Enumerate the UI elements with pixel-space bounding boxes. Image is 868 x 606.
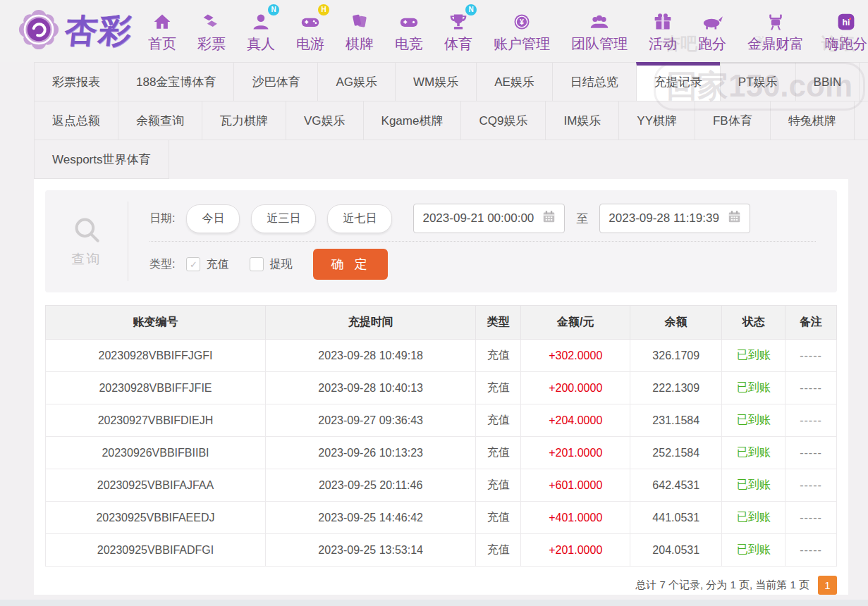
nav-item-rhino[interactable]: 跑分 <box>698 9 726 54</box>
nav-item-esports[interactable]: 电竞 <box>395 9 423 54</box>
quick-today-button[interactable]: 今日 <box>186 204 240 233</box>
cell-amount: +601.0000 <box>521 469 630 502</box>
cell-time: 2023-09-28 10:40:13 <box>265 372 475 404</box>
rhino-icon <box>700 9 724 32</box>
cell-balance: 441.0531 <box>630 502 722 534</box>
coin-icon: ¥ <box>512 9 532 32</box>
ding-vessel-icon <box>766 9 786 32</box>
cell-amount: +302.0000 <box>521 340 630 372</box>
table-row: 20230928VBBIFFJFIE2023-09-28 10:40:13充值+… <box>46 372 837 404</box>
tab-row: 彩票报表188金宝博体育沙巴体育AG娱乐WM娱乐AE娱乐日结总览充提记录PT娱乐… <box>34 62 848 101</box>
column-header-status: 状态 <box>722 306 786 340</box>
nav-item-label: 金鼎财富 <box>747 35 804 54</box>
tab-瓦力棋牌[interactable]: 瓦力棋牌 <box>202 101 286 140</box>
team-icon <box>589 9 610 32</box>
tab-特兔棋牌[interactable]: 特兔棋牌 <box>770 101 855 140</box>
cell-balance: 231.1584 <box>630 404 722 437</box>
cell-type: 充值 <box>476 340 521 372</box>
cell-type: 充值 <box>476 404 521 437</box>
column-header-time: 充提时间 <box>265 306 475 340</box>
checkbox-unchecked-icon <box>250 257 264 271</box>
tab-IM体育[interactable]: IM体育 <box>854 101 868 140</box>
cell-note: ----- <box>786 469 837 502</box>
calendar-icon[interactable] <box>728 210 741 227</box>
page-1-button[interactable]: 1 <box>818 576 837 595</box>
column-header-type: 类型 <box>476 306 521 340</box>
nav-item-cards[interactable]: 棋牌 <box>346 9 374 54</box>
nav-item-hi-app[interactable]: hi嗨跑分 <box>825 9 867 54</box>
table-row: 20230928VBBIFFJGFI2023-09-28 10:49:18充值+… <box>46 340 837 372</box>
nav-item-lottery[interactable]: 彩票 <box>197 9 226 54</box>
tab-YY棋牌[interactable]: YY棋牌 <box>618 101 695 140</box>
cell-note: ----- <box>786 502 837 534</box>
nav-item-gamepad[interactable]: H电游 <box>296 9 324 54</box>
tab-188金宝博体育[interactable]: 188金宝博体育 <box>118 62 234 101</box>
cell-note: ----- <box>786 340 837 372</box>
tab-沙巴体育[interactable]: 沙巴体育 <box>233 62 318 101</box>
tab-AE娱乐[interactable]: AE娱乐 <box>476 62 553 101</box>
live-person-icon: N <box>251 9 271 32</box>
nav-item-live-person[interactable]: N真人 <box>247 9 275 54</box>
cell-type: 充值 <box>476 502 521 534</box>
cell-amount: +401.0000 <box>521 502 630 534</box>
tab-Wesports世界体育[interactable]: Wesports世界体育 <box>34 140 169 179</box>
quick-3days-button[interactable]: 近三日 <box>251 204 316 233</box>
filter-divider <box>149 241 816 242</box>
cell-type: 充值 <box>476 372 521 404</box>
nav-item-home[interactable]: 首页 <box>148 9 176 54</box>
date-to-input[interactable]: 2023-09-28 11:19:39 <box>599 204 750 233</box>
nav-item-gift[interactable]: 活动 <box>649 9 677 54</box>
brand-flower-icon <box>18 9 59 53</box>
tab-Kgame棋牌[interactable]: Kgame棋牌 <box>363 101 462 140</box>
cell-amount: +200.0000 <box>521 372 630 404</box>
cell-id: 20230925VBBIFAEEDJ <box>46 502 266 534</box>
svg-text:¥: ¥ <box>520 18 524 26</box>
deposit-checkbox[interactable]: ✓ 充值 <box>186 257 228 272</box>
tab-PT娱乐[interactable]: PT娱乐 <box>720 62 796 101</box>
date-from-input[interactable]: 2023-09-21 00:00:00 <box>413 204 565 233</box>
nav-item-label: 电竞 <box>395 35 423 54</box>
tab-账变报表[interactable]: 账变报表 <box>859 62 868 101</box>
tab-FB体育[interactable]: FB体育 <box>695 101 771 140</box>
calendar-icon[interactable] <box>542 210 556 227</box>
tab-AG娱乐[interactable]: AG娱乐 <box>317 62 396 101</box>
cell-status: 已到账 <box>722 437 786 469</box>
deposit-checkbox-label: 充值 <box>206 257 228 272</box>
nav-item-team[interactable]: 团队管理 <box>571 9 628 54</box>
nav-item-trophy[interactable]: N体育 <box>444 9 472 54</box>
nav-item-label: 账户管理 <box>494 35 550 54</box>
nav-item-coin[interactable]: ¥账户管理 <box>494 9 550 54</box>
nav-item-ding-vessel[interactable]: 金鼎财富 <box>747 9 804 54</box>
tab-余额查询[interactable]: 余额查询 <box>118 101 202 140</box>
table-row: 20230926VBBIFBIIBI2023-09-26 10:13:23充值+… <box>46 437 837 469</box>
tab-IM娱乐[interactable]: IM娱乐 <box>545 101 619 140</box>
home-icon <box>152 9 172 32</box>
tab-彩票报表[interactable]: 彩票报表 <box>34 62 118 101</box>
cell-time: 2023-09-26 10:13:23 <box>265 437 475 469</box>
tab-充提记录[interactable]: 充提记录 <box>636 62 721 101</box>
tab-返点总额[interactable]: 返点总额 <box>34 101 118 140</box>
cell-type: 充值 <box>476 469 521 502</box>
tab-日结总览[interactable]: 日结总览 <box>552 62 637 101</box>
report-tabs: 彩票报表188金宝博体育沙巴体育AG娱乐WM娱乐AE娱乐日结总览充提记录PT娱乐… <box>34 62 848 179</box>
horizontal-scrollbar[interactable] <box>0 600 868 606</box>
table-row: 20230925VBBIFADFGI2023-09-25 13:53:14充值+… <box>46 534 837 567</box>
date-filter-row: 日期: 今日 近三日 近七日 2023-09-21 00:00:00 <box>149 202 816 235</box>
confirm-button[interactable]: 确 定 <box>313 249 388 280</box>
date-from-value: 2023-09-21 00:00:00 <box>422 211 534 225</box>
quick-7days-button[interactable]: 近七日 <box>327 204 392 233</box>
tab-CQ9娱乐[interactable]: CQ9娱乐 <box>460 101 546 140</box>
tab-VG娱乐[interactable]: VG娱乐 <box>286 101 364 140</box>
withdraw-checkbox[interactable]: 提现 <box>250 257 292 272</box>
cell-note: ----- <box>786 372 837 404</box>
brand-logo[interactable]: 杏彩 <box>18 9 133 53</box>
nav-item-label: 真人 <box>247 35 275 54</box>
nav-item-label: 嗨跑分 <box>825 35 867 54</box>
records-table: 账变编号充提时间类型金额/元余额状态备注 20230928VBBIFFJGFI2… <box>45 305 837 567</box>
cell-status: 已到账 <box>722 404 786 437</box>
column-header-id: 账变编号 <box>46 306 266 340</box>
cell-note: ----- <box>786 437 837 469</box>
cell-note: ----- <box>786 404 837 437</box>
tab-BBIN[interactable]: BBIN <box>795 62 860 101</box>
tab-WM娱乐[interactable]: WM娱乐 <box>395 62 477 101</box>
